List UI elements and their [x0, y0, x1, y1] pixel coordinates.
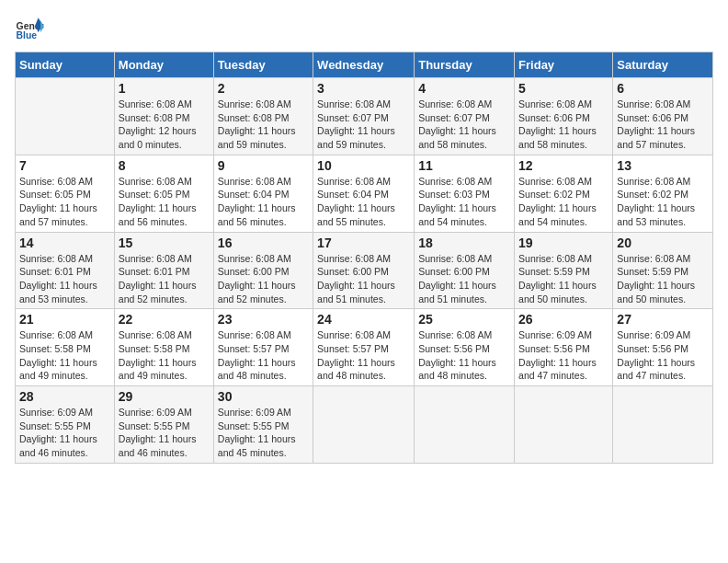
- week-row-2: 7Sunrise: 6:08 AMSunset: 6:05 PMDaylight…: [16, 155, 713, 232]
- dow-header-saturday: Saturday: [613, 52, 713, 78]
- day-number: 21: [19, 312, 110, 327]
- day-number: 29: [119, 389, 210, 404]
- day-info: Sunrise: 6:08 AMSunset: 6:00 PMDaylight:…: [218, 252, 309, 306]
- week-row-5: 28Sunrise: 6:09 AMSunset: 5:55 PMDayligh…: [16, 386, 713, 464]
- week-row-1: 1Sunrise: 6:08 AMSunset: 6:08 PMDaylight…: [16, 78, 713, 155]
- calendar-cell: 2Sunrise: 6:08 AMSunset: 6:08 PMDaylight…: [213, 78, 313, 155]
- calendar-cell: 30Sunrise: 6:09 AMSunset: 5:55 PMDayligh…: [213, 386, 313, 464]
- dow-header-tuesday: Tuesday: [213, 52, 313, 78]
- day-number: 30: [218, 389, 309, 404]
- day-number: 22: [119, 312, 210, 327]
- day-number: 20: [617, 236, 709, 250]
- day-number: 12: [518, 158, 609, 173]
- calendar-cell: 13Sunrise: 6:08 AMSunset: 6:02 PMDayligh…: [613, 155, 713, 232]
- day-number: 10: [317, 158, 410, 173]
- calendar-cell: 11Sunrise: 6:08 AMSunset: 6:03 PMDayligh…: [415, 155, 515, 232]
- dow-header-sunday: Sunday: [16, 52, 115, 78]
- day-info: Sunrise: 6:08 AMSunset: 6:01 PMDaylight:…: [19, 252, 110, 306]
- day-info: Sunrise: 6:08 AMSunset: 6:03 PMDaylight:…: [418, 175, 510, 229]
- calendar-cell: 17Sunrise: 6:08 AMSunset: 6:00 PMDayligh…: [313, 232, 415, 309]
- calendar-body: 1Sunrise: 6:08 AMSunset: 6:08 PMDaylight…: [16, 78, 713, 464]
- day-info: Sunrise: 6:09 AMSunset: 5:56 PMDaylight:…: [617, 328, 709, 383]
- calendar-cell: 15Sunrise: 6:08 AMSunset: 6:01 PMDayligh…: [114, 232, 213, 309]
- week-row-3: 14Sunrise: 6:08 AMSunset: 6:01 PMDayligh…: [16, 232, 713, 309]
- dow-header-wednesday: Wednesday: [313, 52, 415, 78]
- day-info: Sunrise: 6:08 AMSunset: 6:04 PMDaylight:…: [317, 175, 410, 229]
- day-number: 7: [19, 158, 110, 173]
- day-info: Sunrise: 6:08 AMSunset: 5:58 PMDaylight:…: [19, 328, 110, 383]
- dow-header-thursday: Thursday: [415, 52, 515, 78]
- calendar-cell: 14Sunrise: 6:08 AMSunset: 6:01 PMDayligh…: [16, 232, 115, 309]
- day-number: 3: [317, 81, 410, 96]
- day-info: Sunrise: 6:08 AMSunset: 5:58 PMDaylight:…: [119, 328, 210, 383]
- day-info: Sunrise: 6:08 AMSunset: 6:00 PMDaylight:…: [317, 252, 410, 306]
- day-number: 4: [418, 81, 510, 96]
- day-number: 17: [317, 236, 410, 250]
- calendar-cell: 18Sunrise: 6:08 AMSunset: 6:00 PMDayligh…: [415, 232, 515, 309]
- calendar-cell: 6Sunrise: 6:08 AMSunset: 6:06 PMDaylight…: [613, 78, 713, 155]
- day-number: 23: [218, 312, 309, 327]
- day-number: 27: [617, 312, 709, 327]
- logo-icon: General Blue: [15, 15, 44, 44]
- calendar-cell: 23Sunrise: 6:08 AMSunset: 5:57 PMDayligh…: [213, 309, 313, 386]
- day-number: 2: [218, 81, 309, 96]
- day-number: 13: [617, 158, 709, 173]
- page-header: General Blue: [15, 15, 713, 44]
- day-info: Sunrise: 6:08 AMSunset: 6:01 PMDaylight:…: [119, 252, 210, 306]
- day-number: 8: [119, 158, 210, 173]
- day-info: Sunrise: 6:08 AMSunset: 6:07 PMDaylight:…: [317, 98, 410, 152]
- calendar-cell: 8Sunrise: 6:08 AMSunset: 6:05 PMDaylight…: [114, 155, 213, 232]
- day-number: 6: [617, 81, 709, 96]
- calendar-cell: [613, 386, 713, 464]
- day-info: Sunrise: 6:08 AMSunset: 6:06 PMDaylight:…: [518, 98, 609, 152]
- day-info: Sunrise: 6:08 AMSunset: 6:02 PMDaylight:…: [518, 175, 609, 229]
- calendar-cell: 20Sunrise: 6:08 AMSunset: 5:59 PMDayligh…: [613, 232, 713, 309]
- calendar-cell: 19Sunrise: 6:08 AMSunset: 5:59 PMDayligh…: [515, 232, 613, 309]
- calendar-cell: 10Sunrise: 6:08 AMSunset: 6:04 PMDayligh…: [313, 155, 415, 232]
- day-number: 5: [518, 81, 609, 96]
- day-info: Sunrise: 6:08 AMSunset: 6:05 PMDaylight:…: [119, 175, 210, 229]
- day-number: 24: [317, 312, 410, 327]
- day-info: Sunrise: 6:09 AMSunset: 5:55 PMDaylight:…: [218, 406, 309, 460]
- calendar-cell: 28Sunrise: 6:09 AMSunset: 5:55 PMDayligh…: [16, 386, 115, 464]
- calendar-cell: 25Sunrise: 6:08 AMSunset: 5:56 PMDayligh…: [415, 309, 515, 386]
- week-row-4: 21Sunrise: 6:08 AMSunset: 5:58 PMDayligh…: [16, 309, 713, 386]
- day-info: Sunrise: 6:08 AMSunset: 6:08 PMDaylight:…: [119, 98, 210, 152]
- logo: General Blue: [15, 15, 44, 44]
- calendar-cell: 12Sunrise: 6:08 AMSunset: 6:02 PMDayligh…: [515, 155, 613, 232]
- day-number: 14: [19, 236, 110, 250]
- calendar-cell: 1Sunrise: 6:08 AMSunset: 6:08 PMDaylight…: [114, 78, 213, 155]
- calendar-cell: 16Sunrise: 6:08 AMSunset: 6:00 PMDayligh…: [213, 232, 313, 309]
- day-info: Sunrise: 6:08 AMSunset: 6:06 PMDaylight:…: [617, 98, 709, 152]
- calendar-table: SundayMondayTuesdayWednesdayThursdayFrid…: [15, 52, 713, 464]
- dow-header-monday: Monday: [114, 52, 213, 78]
- calendar-cell: 26Sunrise: 6:09 AMSunset: 5:56 PMDayligh…: [515, 309, 613, 386]
- calendar-cell: 24Sunrise: 6:08 AMSunset: 5:57 PMDayligh…: [313, 309, 415, 386]
- day-info: Sunrise: 6:09 AMSunset: 5:56 PMDaylight:…: [518, 328, 609, 383]
- calendar-cell: 27Sunrise: 6:09 AMSunset: 5:56 PMDayligh…: [613, 309, 713, 386]
- dow-header-friday: Friday: [515, 52, 613, 78]
- calendar-cell: [16, 78, 115, 155]
- calendar-cell: 3Sunrise: 6:08 AMSunset: 6:07 PMDaylight…: [313, 78, 415, 155]
- day-info: Sunrise: 6:08 AMSunset: 6:02 PMDaylight:…: [617, 175, 709, 229]
- day-number: 1: [119, 81, 210, 96]
- day-info: Sunrise: 6:08 AMSunset: 5:57 PMDaylight:…: [218, 328, 309, 383]
- day-info: Sunrise: 6:08 AMSunset: 6:05 PMDaylight:…: [19, 175, 110, 229]
- day-number: 28: [19, 389, 110, 404]
- calendar-cell: 9Sunrise: 6:08 AMSunset: 6:04 PMDaylight…: [213, 155, 313, 232]
- day-number: 9: [218, 158, 309, 173]
- day-info: Sunrise: 6:08 AMSunset: 6:04 PMDaylight:…: [218, 175, 309, 229]
- day-number: 26: [518, 312, 609, 327]
- day-info: Sunrise: 6:09 AMSunset: 5:55 PMDaylight:…: [119, 406, 210, 460]
- calendar-cell: [313, 386, 415, 464]
- day-info: Sunrise: 6:08 AMSunset: 5:56 PMDaylight:…: [418, 328, 510, 383]
- day-info: Sunrise: 6:08 AMSunset: 6:07 PMDaylight:…: [418, 98, 510, 152]
- calendar-cell: 29Sunrise: 6:09 AMSunset: 5:55 PMDayligh…: [114, 386, 213, 464]
- calendar-cell: [415, 386, 515, 464]
- svg-text:Blue: Blue: [17, 30, 38, 40]
- day-number: 18: [418, 236, 510, 250]
- day-info: Sunrise: 6:08 AMSunset: 5:59 PMDaylight:…: [617, 252, 709, 306]
- day-number: 15: [119, 236, 210, 250]
- calendar-cell: 21Sunrise: 6:08 AMSunset: 5:58 PMDayligh…: [16, 309, 115, 386]
- day-number: 11: [418, 158, 510, 173]
